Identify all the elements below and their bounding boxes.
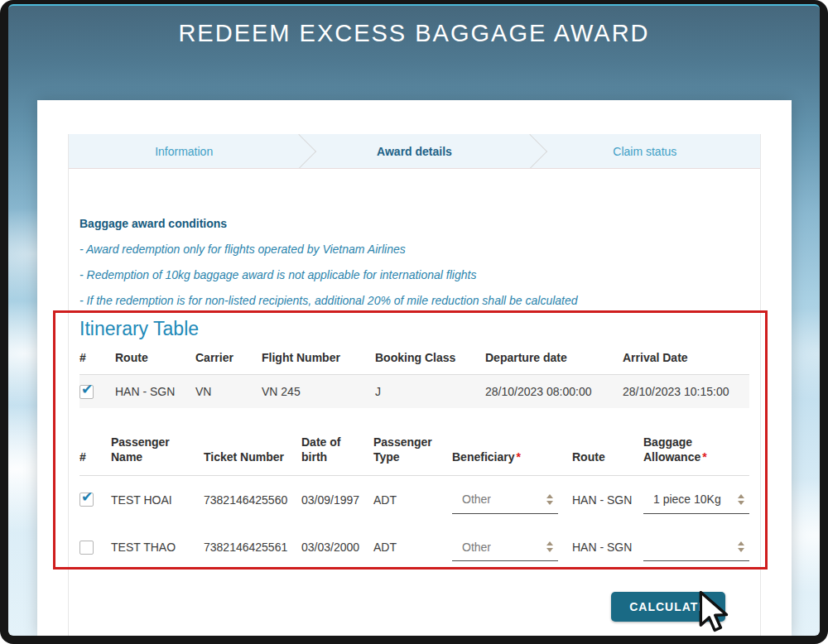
select-spinner-icon (738, 541, 744, 552)
col-header-route: Route (115, 344, 195, 375)
ticket-number: 7382146425560 (204, 475, 301, 523)
ticket-number: 7382146425561 (204, 523, 301, 571)
passenger-name: TEST THAO (111, 523, 204, 571)
flight-departure: 28/10/2023 08:00:00 (485, 375, 623, 408)
passenger-row-checkbox[interactable] (79, 541, 94, 555)
tab-award-details[interactable]: Award details (299, 134, 529, 168)
passenger-table: # Passenger Name Ticket Number Date of b… (79, 416, 749, 572)
actions-row: CALCULATE (79, 592, 749, 622)
page-title: REDEEM EXCESS BAGGAGE AWARD (8, 20, 820, 47)
passenger-table-header-row: # Passenger Name Ticket Number Date of b… (79, 416, 749, 476)
passenger-route: HAN - SGN (572, 523, 643, 571)
tab-award-details-label: Award details (377, 145, 452, 158)
col-header-baggage-allowance: Baggage Allowance* (643, 416, 749, 476)
passenger-name: TEST HOAI (111, 475, 204, 523)
col-header-route: Route (572, 416, 643, 476)
passenger-route: HAN - SGN (572, 475, 643, 523)
baggage-allowance-select[interactable]: 1 piece 10Kg (643, 486, 749, 514)
col-header-arrival-date: Arrival Date (623, 344, 749, 375)
required-asterisk: * (514, 450, 520, 464)
select-spinner-icon (738, 494, 744, 505)
condition-item: - Award redemption only for flights oper… (79, 242, 749, 257)
flight-booking-class: J (375, 375, 485, 408)
calculate-button[interactable]: CALCULATE (611, 592, 725, 622)
date-of-birth: 03/09/1997 (301, 475, 373, 523)
condition-item: - If the redemption is for non-listed re… (79, 293, 749, 308)
condition-item: - Redemption of 10kg baggage award is no… (79, 267, 749, 282)
form-panel: Information Award details Claim status B… (68, 134, 761, 636)
col-header-select: # (79, 344, 115, 375)
flight-row-checkbox[interactable] (79, 385, 94, 399)
col-header-ticket-number: Ticket Number (204, 416, 301, 476)
flight-table: # Route Carrier Flight Number Booking Cl… (79, 344, 749, 408)
passenger-row: TEST THAO 7382146425561 03/03/2000 ADT O… (79, 523, 749, 571)
beneficiary-select[interactable]: Other (452, 486, 558, 514)
content-card: Information Award details Claim status B… (37, 100, 792, 636)
flight-carrier: VN (195, 375, 262, 408)
col-header-passenger-name: Passenger Name (111, 416, 204, 476)
passenger-type: ADT (373, 475, 452, 523)
passenger-row-checkbox[interactable] (79, 493, 94, 507)
col-header-select: # (79, 416, 111, 476)
tab-claim-status-label: Claim status (613, 145, 676, 158)
col-header-departure-date: Departure date (485, 344, 623, 375)
beneficiary-select[interactable]: Other (452, 533, 558, 561)
col-header-beneficiary: Beneficiary* (452, 416, 572, 476)
flight-table-header-row: # Route Carrier Flight Number Booking Cl… (79, 344, 749, 375)
required-asterisk: * (700, 450, 706, 464)
col-header-carrier: Carrier (195, 344, 262, 375)
flight-row: HAN - SGN VN VN 245 J 28/10/2023 08:00:0… (79, 375, 749, 408)
passenger-type: ADT (373, 523, 452, 571)
conditions-block: Baggage award conditions - Award redempt… (79, 216, 749, 308)
passenger-row: TEST HOAI 7382146425560 03/09/1997 ADT O… (79, 475, 749, 523)
flight-route: HAN - SGN (115, 375, 195, 408)
col-header-flight-number: Flight Number (262, 344, 375, 375)
select-spinner-icon (546, 494, 553, 505)
beneficiary-value: Other (462, 493, 491, 506)
col-header-date-of-birth: Date of birth (301, 416, 373, 476)
itinerary-table-title: Itinerary Table (79, 318, 749, 339)
col-header-passenger-type: Passenger Type (373, 416, 452, 476)
tab-information-label: Information (155, 145, 213, 158)
baggage-allowance-select[interactable] (643, 533, 749, 561)
flight-arrival: 28/10/2023 10:15:00 (623, 375, 749, 408)
stepper: Information Award details Claim status (69, 134, 760, 169)
tab-information[interactable]: Information (69, 134, 299, 168)
tab-claim-status[interactable]: Claim status (530, 134, 760, 168)
col-header-booking-class: Booking Class (375, 344, 485, 375)
select-spinner-icon (546, 541, 553, 552)
conditions-heading: Baggage award conditions (79, 216, 749, 231)
flight-number: VN 245 (262, 375, 375, 408)
beneficiary-value: Other (462, 541, 491, 554)
baggage-allowance-value: 1 piece 10Kg (653, 493, 721, 506)
page-background: REDEEM EXCESS BAGGAGE AWARD Information … (8, 4, 820, 636)
window-frame: REDEEM EXCESS BAGGAGE AWARD Information … (0, 0, 828, 644)
date-of-birth: 03/03/2000 (301, 523, 373, 571)
